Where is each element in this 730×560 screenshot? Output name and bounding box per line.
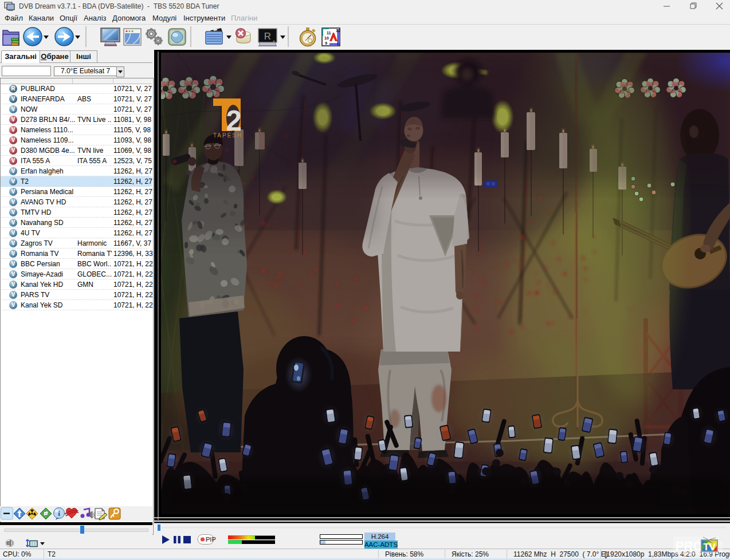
- svg-text:PRO: PRO: [676, 539, 703, 553]
- svg-text:i: i: [58, 509, 60, 518]
- svg-text:R: R: [264, 31, 271, 42]
- svg-text:AAC-ADTS: AAC-ADTS: [364, 541, 398, 548]
- svg-text:H.264: H.264: [371, 533, 389, 540]
- svg-text:11: 11: [327, 31, 331, 35]
- svg-text:10: 10: [324, 36, 329, 40]
- svg-text:ET.UA: ET.UA: [719, 541, 723, 553]
- svg-text:9: 9: [325, 41, 327, 46]
- svg-text:TV: TV: [703, 542, 716, 553]
- svg-text:PIP: PIP: [206, 536, 216, 543]
- svg-text:TAPESH: TAPESH: [213, 132, 242, 139]
